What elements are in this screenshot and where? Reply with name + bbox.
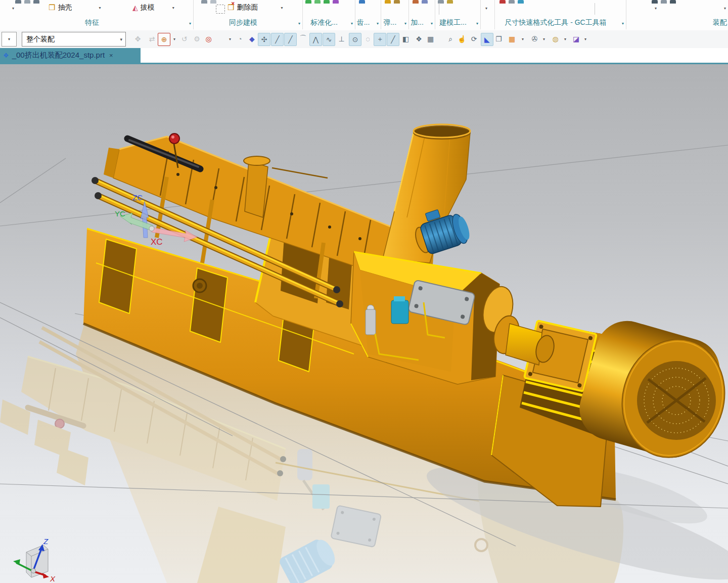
snap-intersection-icon[interactable]: ⋀ — [309, 33, 322, 46]
cropped-gallery-icons — [15, 0, 39, 4]
group-label-gear: 齿... — [355, 18, 372, 27]
cropped-gallery-icons — [385, 0, 400, 4]
chevron-down-icon[interactable]: ▾ — [582, 33, 588, 45]
reflected-pump — [312, 484, 330, 509]
close-tab-icon[interactable]: × — [109, 52, 113, 59]
chevron-down-icon[interactable]: ▾ — [171, 33, 177, 45]
triad-x-label: X — [50, 574, 56, 583]
cropped-gallery-icons — [652, 0, 676, 4]
chevron-down-icon[interactable]: ▾ — [622, 21, 624, 26]
chevron-down-icon[interactable]: ▾ — [281, 6, 283, 10]
model-canvas[interactable]: ZC YC XC Z X — [0, 64, 728, 583]
snap-control-point-icon[interactable]: ╱ — [284, 33, 297, 46]
cropped-gallery-icons — [359, 0, 365, 4]
ribbon-group-assembly: ▾ ▾ 装配 — [650, 0, 728, 29]
reflected-actuator — [297, 449, 312, 480]
snap-point-on-face-icon[interactable]: ◧ — [400, 33, 412, 45]
assembly-arrange-icon[interactable]: ⇄ — [146, 33, 158, 45]
chevron-down-icon[interactable]: ▾ — [351, 21, 353, 26]
cyan-pump-cap — [394, 296, 405, 301]
snap-point-icon[interactable]: ◎ — [203, 33, 214, 45]
cropped-gallery-icons — [438, 0, 453, 4]
document-tab-bar: ❖ _00挤出机装配2024_stp.prt × — [0, 48, 728, 63]
snapshot-icon[interactable]: ✇ — [529, 33, 540, 45]
chevron-down-icon[interactable]: ▾ — [189, 21, 191, 26]
draft-button[interactable]: ◭ 拔模 ▾ — [132, 3, 174, 12]
part-file-icon: ❖ — [3, 52, 9, 59]
render-style-icon[interactable]: ◪ — [570, 33, 582, 45]
nx-window: ▾ ❒ 抽壳 ▾ ◭ 拔模 ▾ 特征 ▾ ❒✕ 删除面 ▾ — [0, 0, 728, 583]
selection-filter-icon[interactable]: ⊕ — [158, 33, 170, 46]
wcs-origin — [149, 226, 154, 231]
chevron-down-icon[interactable]: ▾ — [476, 21, 478, 26]
ribbon-group-sync-modeling: ❒✕ 删除面 ▾ 同步建模 ▾ — [193, 0, 303, 29]
chevron-down-icon[interactable]: ▾ — [562, 33, 568, 45]
chevron-down-icon[interactable]: ▾ — [12, 6, 14, 11]
document-tab[interactable]: ❖ _00挤出机装配2024_stp.prt × — [0, 48, 141, 63]
zoom-region-icon[interactable]: ⌕ — [445, 33, 457, 45]
chevron-down-icon[interactable]: ▾ — [227, 33, 233, 45]
chevron-down-icon[interactable]: ▾ — [172, 6, 174, 10]
toolbar-dropdown-button[interactable]: ▾ — [2, 32, 17, 47]
solid-body-icon[interactable]: ◆ — [246, 33, 258, 45]
snap-grid-icon[interactable]: ▦ — [425, 33, 436, 45]
marquee-select-icon[interactable] — [216, 5, 225, 14]
snap-facet-body-icon[interactable]: ❖ — [413, 33, 425, 45]
ribbon-group-gear: 齿... ▾ — [355, 0, 381, 29]
selection-scope-combobox[interactable]: 整个装配 ▾ — [22, 32, 126, 47]
chevron-down-icon[interactable]: ▾ — [99, 6, 101, 10]
draft-icon: ◭ — [132, 4, 138, 12]
reposition-icon[interactable]: ↺ — [178, 33, 190, 45]
shell-button[interactable]: ❒ 抽壳 ▾ — [49, 3, 101, 12]
cropped-gallery-icons — [201, 0, 216, 4]
pan-icon[interactable]: ☝ — [456, 33, 468, 45]
ribbon-group-standardization: 标准化... ▾ — [302, 0, 355, 29]
background-icon[interactable]: ◍ — [550, 33, 561, 45]
wcs-y-label: YC — [115, 209, 125, 218]
snap-existing-point-icon[interactable]: ＋ — [374, 33, 386, 46]
delete-face-button[interactable]: ❒✕ 删除面 ▾ — [228, 3, 283, 12]
snap-endpoint-icon[interactable]: ✣ — [258, 33, 270, 46]
snap-center-icon[interactable]: ⊙ — [349, 33, 361, 46]
chevron-down-icon[interactable]: ▾ — [655, 6, 657, 11]
group-label-gc-toolbox: 尺寸快速格式化工具 - GC工具箱 — [494, 18, 617, 27]
group-label-assembly: 装配 — [650, 18, 727, 27]
chevron-down-icon[interactable]: ▾ — [520, 33, 526, 45]
cropped-gallery-icons — [413, 0, 428, 4]
cropped-gallery-icons — [305, 0, 339, 4]
graphics-viewport[interactable]: ZC YC XC Z X — [0, 64, 728, 583]
group-label-processing: 加... — [408, 18, 426, 27]
ribbon-group-modeling-tools: 建模工... ▾ — [435, 0, 481, 29]
measure-body-icon[interactable]: ◔ — [234, 33, 246, 45]
chevron-down-icon[interactable]: ▾ — [298, 21, 300, 26]
snap-axis-icon[interactable]: ⊥ — [336, 33, 347, 45]
chevron-down-icon[interactable]: ▾ — [404, 21, 406, 26]
silver-valve — [366, 309, 376, 335]
snap-spline-icon[interactable]: ∿ — [323, 33, 335, 46]
shell-icon: ❒ — [49, 3, 55, 12]
constraints-icon[interactable]: ⚙ — [191, 33, 203, 45]
ribbon-group-processing: 加... ▾ — [408, 0, 435, 29]
rotate-view-icon[interactable]: ⟳ — [468, 33, 480, 45]
ribbon-group-gc-toolbox: 尺寸快速格式化工具 - GC工具箱 ▾ — [494, 0, 626, 29]
group-label-feature: 特征 — [0, 18, 184, 27]
snap-midpoint-icon[interactable]: ╱ — [271, 33, 284, 46]
view-triad[interactable]: Z X — [13, 537, 56, 583]
ribbon-group-feature: ▾ ❒ 抽壳 ▾ ◭ 拔模 ▾ 特征 ▾ — [0, 0, 194, 29]
snap-quadrant-icon[interactable]: ◌ — [362, 33, 374, 45]
clipboard-icon[interactable]: ❐ — [493, 33, 505, 45]
chevron-down-icon[interactable]: ▾ — [377, 21, 379, 26]
toolbar-separator — [439, 3, 439, 15]
shaded-view-icon[interactable]: ◣ — [481, 33, 493, 46]
move-component-icon[interactable]: ✥ — [132, 33, 144, 45]
wcs-z-label: ZC — [132, 193, 143, 202]
chevron-down-icon[interactable]: ▾ — [541, 33, 547, 45]
snap-arc-icon[interactable]: ⌒ — [297, 33, 309, 45]
chevron-down-icon[interactable]: ▾ — [431, 21, 433, 26]
snap-point-on-curve-icon[interactable]: ╱ — [387, 33, 399, 46]
chevron-down-icon[interactable]: ▾ — [485, 6, 487, 11]
chevron-down-icon[interactable]: ▾ — [724, 6, 726, 11]
window-layout-icon[interactable]: ▦ — [506, 33, 518, 45]
wcs-x-label: XC — [151, 237, 163, 247]
selection-scope-value: 整个装配 — [22, 35, 120, 44]
